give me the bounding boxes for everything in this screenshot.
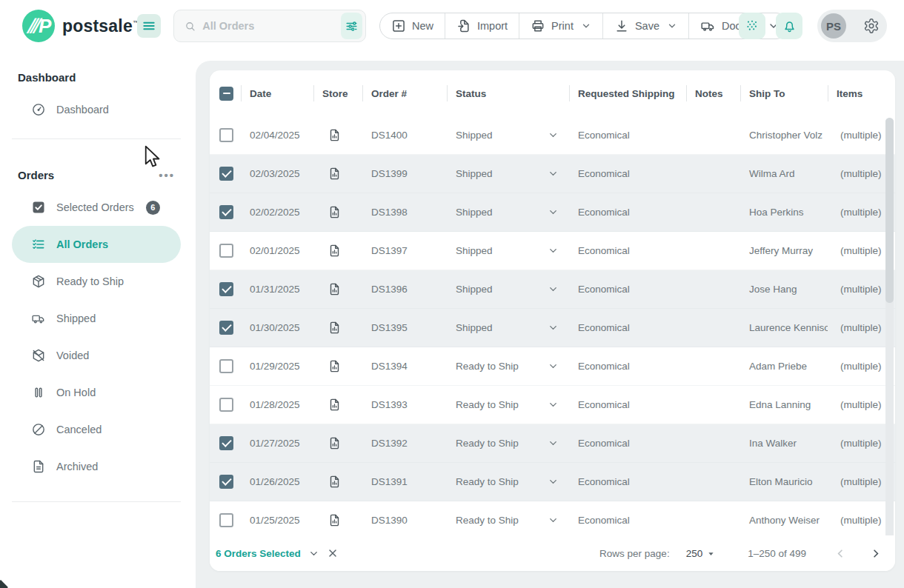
- table-row[interactable]: 01/26/2025 DS1391 Ready to Ship Economic…: [210, 463, 895, 501]
- selected-orders-label[interactable]: 6 Orders Selected: [216, 548, 301, 559]
- search-bar[interactable]: [173, 10, 366, 42]
- notifications-button[interactable]: [776, 13, 802, 39]
- sidebar-item-label: On Hold: [56, 387, 96, 398]
- row-checkbox[interactable]: [219, 398, 233, 412]
- order-status: Shipped: [456, 130, 493, 141]
- scan-dots-button[interactable]: [739, 13, 765, 39]
- search-input[interactable]: [202, 20, 341, 32]
- column-header-order[interactable]: Order #: [362, 70, 447, 116]
- table-row[interactable]: 02/04/2025 DS1400 Shipped Economical Chr…: [210, 116, 895, 155]
- store-document-icon: [328, 513, 342, 527]
- table-row[interactable]: 01/31/2025 DS1396 Shipped Economical Jos…: [210, 270, 895, 309]
- sidebar-item-label: Shipped: [56, 313, 96, 324]
- next-page-button[interactable]: [869, 547, 882, 560]
- new-order-button[interactable]: New: [380, 13, 445, 39]
- section-heading-dashboard: Dashboard: [18, 71, 76, 84]
- sidebar-item-dashboard[interactable]: Dashboard: [0, 91, 193, 128]
- selection-chevron-down-icon[interactable]: [308, 548, 319, 559]
- avatar[interactable]: PS: [821, 13, 846, 39]
- clear-selection-icon[interactable]: [327, 547, 339, 559]
- search-filter-button[interactable]: [341, 13, 362, 39]
- order-number: DS1396: [362, 284, 447, 295]
- sidebar-item-label: Ready to Ship: [56, 275, 124, 287]
- sidebar-item-label: Archived: [56, 461, 98, 472]
- document-icon: [31, 459, 46, 474]
- row-checkbox[interactable]: [219, 205, 233, 219]
- row-checkbox[interactable]: [219, 282, 233, 296]
- row-checkbox[interactable]: [219, 475, 233, 489]
- status-dropdown-chevron-icon[interactable]: [548, 284, 559, 295]
- column-header-status[interactable]: Status: [447, 70, 569, 116]
- status-dropdown-chevron-icon[interactable]: [548, 207, 559, 218]
- bell-icon: [782, 19, 797, 34]
- select-all-checkbox[interactable]: [219, 87, 233, 101]
- printer-icon: [531, 19, 545, 33]
- table-row[interactable]: 01/29/2025 DS1394 Ready to Ship Economic…: [210, 347, 895, 386]
- sidebar-item-canceled[interactable]: Canceled: [0, 411, 193, 448]
- order-number: DS1390: [362, 515, 447, 526]
- column-header-store[interactable]: Store: [313, 70, 362, 116]
- order-number: DS1394: [362, 361, 447, 372]
- sidebar-item-shipped[interactable]: Shipped: [0, 300, 193, 337]
- status-dropdown-chevron-icon[interactable]: [548, 130, 559, 141]
- table-row[interactable]: 01/25/2025 DS1390 Ready to Ship Economic…: [210, 501, 895, 540]
- sidebar-item-voided[interactable]: Voided: [0, 337, 193, 374]
- app-logo[interactable]: ⫻P postsale™: [22, 10, 139, 42]
- scrollbar-thumb[interactable]: [885, 118, 894, 303]
- sidebar-item-selected-orders[interactable]: Selected Orders 6: [0, 189, 193, 226]
- store-document-icon: [328, 128, 342, 142]
- row-checkbox[interactable]: [219, 167, 233, 181]
- column-header-notes[interactable]: Notes: [686, 70, 740, 116]
- store-document-icon: [328, 282, 342, 296]
- row-checkbox[interactable]: [219, 244, 233, 258]
- status-dropdown-chevron-icon[interactable]: [548, 438, 559, 449]
- sidebar-item-all-orders[interactable]: All Orders: [12, 226, 181, 263]
- order-number: DS1399: [362, 168, 447, 179]
- import-button[interactable]: Import: [445, 13, 519, 39]
- table-row[interactable]: 01/28/2025 DS1393 Ready to Ship Economic…: [210, 386, 895, 424]
- table-row[interactable]: 02/01/2025 DS1397 Shipped Economical Jef…: [210, 232, 895, 270]
- column-header-requested-shipping[interactable]: Requested Shipping: [569, 70, 686, 116]
- row-checkbox[interactable]: [219, 128, 233, 142]
- row-checkbox[interactable]: [219, 359, 233, 373]
- row-checkbox[interactable]: [219, 513, 233, 527]
- table-row[interactable]: 02/03/2025 DS1399 Shipped Economical Wil…: [210, 155, 895, 193]
- sidebar-item-on-hold[interactable]: On Hold: [0, 374, 193, 411]
- status-dropdown-chevron-icon[interactable]: [548, 476, 559, 487]
- orders-menu-button[interactable]: •••: [159, 173, 175, 178]
- table-row[interactable]: 02/02/2025 DS1398 Shipped Economical Hoa…: [210, 193, 895, 232]
- row-checkbox[interactable]: [219, 321, 233, 335]
- gear-icon[interactable]: [863, 18, 880, 34]
- sidebar-item-ready-to-ship[interactable]: Ready to Ship: [0, 263, 193, 300]
- column-header-date[interactable]: Date: [241, 70, 313, 116]
- ship-to-name: Anthony Weiser: [740, 515, 828, 526]
- status-dropdown-chevron-icon[interactable]: [548, 168, 559, 179]
- hamburger-menu-button[interactable]: [137, 14, 161, 38]
- order-status: Ready to Ship: [456, 476, 519, 487]
- rows-per-page-value: 250: [686, 548, 703, 559]
- order-date: 01/26/2025: [241, 476, 313, 487]
- table-row[interactable]: 01/27/2025 DS1392 Ready to Ship Economic…: [210, 424, 895, 463]
- table-scrollbar[interactable]: [885, 118, 894, 568]
- status-dropdown-chevron-icon[interactable]: [548, 245, 559, 256]
- status-dropdown-chevron-icon[interactable]: [548, 322, 559, 333]
- table-row[interactable]: 01/30/2025 DS1395 Shipped Economical Lau…: [210, 309, 895, 347]
- save-button[interactable]: Save: [602, 13, 688, 39]
- print-button-label: Print: [551, 20, 574, 32]
- previous-page-button[interactable]: [834, 547, 847, 560]
- rows-per-page-select[interactable]: 250: [686, 548, 717, 559]
- column-header-items[interactable]: Items: [828, 70, 895, 116]
- print-button[interactable]: Print: [519, 13, 602, 39]
- store-document-icon: [328, 167, 342, 181]
- orders-table-card: Date Store Order # Status Requested Ship…: [210, 70, 895, 571]
- status-dropdown-chevron-icon[interactable]: [548, 361, 559, 372]
- status-dropdown-chevron-icon[interactable]: [548, 515, 559, 526]
- sidebar: Dashboard Dashboard Orders ••• Selected …: [0, 52, 193, 588]
- select-arrow-icon: [705, 548, 717, 559]
- requested-shipping: Economical: [569, 515, 686, 526]
- column-header-ship-to[interactable]: Ship To: [740, 70, 828, 116]
- row-checkbox[interactable]: [219, 436, 233, 450]
- ship-to-name: Laurence Kennison: [740, 322, 828, 333]
- status-dropdown-chevron-icon[interactable]: [548, 399, 559, 410]
- sidebar-item-archived[interactable]: Archived: [0, 448, 193, 485]
